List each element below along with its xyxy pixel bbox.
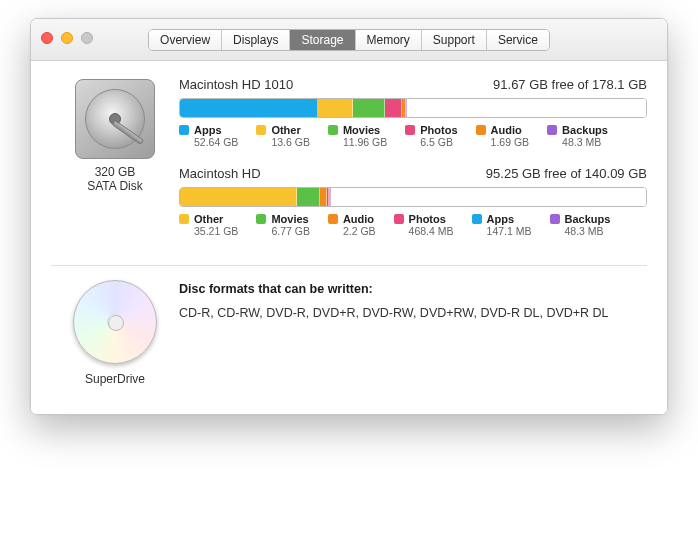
legend-item-backups: Backups48.3 MB [550, 213, 611, 237]
legend-item-apps: Apps52.64 GB [179, 124, 238, 148]
legend-value: 2.2 GB [343, 225, 376, 237]
legend-item-apps: Apps147.1 MB [472, 213, 532, 237]
legend-label: Apps [487, 213, 515, 225]
storage-segment-apps [180, 99, 318, 117]
legend-item-audio: Audio1.69 GB [476, 124, 530, 148]
legend-label: Other [271, 124, 300, 136]
volume-free-text: 91.67 GB free of 178.1 GB [493, 77, 647, 92]
minimize-button[interactable] [61, 32, 73, 44]
storage-segment-free [331, 188, 647, 206]
legend-swatch [179, 214, 189, 224]
legend-swatch [179, 125, 189, 135]
optical-disc-icon [73, 280, 157, 364]
storage-segment-photos [385, 99, 402, 117]
legend-swatch [547, 125, 557, 135]
legend-value: 1.69 GB [491, 136, 530, 148]
storage-segment-audio [320, 188, 327, 206]
storage-segment-other [180, 188, 297, 206]
tab-displays[interactable]: Displays [222, 30, 290, 50]
close-button[interactable] [41, 32, 53, 44]
superdrive-label: SuperDrive [51, 372, 179, 386]
legend-label: Apps [194, 124, 222, 136]
volume-header: Macintosh HD95.25 GB free of 140.09 GB [179, 166, 647, 181]
legend-label: Audio [491, 124, 522, 136]
legend-label: Audio [343, 213, 374, 225]
drive-size-label: 320 GB [51, 165, 179, 179]
storage-bar [179, 98, 647, 118]
legend-item-backups: Backups48.3 MB [547, 124, 608, 148]
legend-item-photos: Photos468.4 MB [394, 213, 454, 237]
legend-value: 6.5 GB [420, 136, 457, 148]
window-controls [41, 32, 93, 44]
legend-swatch [472, 214, 482, 224]
internal-drive-column: 320 GB SATA Disk [51, 77, 179, 193]
volume: Macintosh HD95.25 GB free of 140.09 GBOt… [179, 166, 647, 237]
about-this-mac-window: Overview Displays Storage Memory Support… [30, 18, 668, 415]
volume-free-text: 95.25 GB free of 140.09 GB [486, 166, 647, 181]
legend-value: 147.1 MB [487, 225, 532, 237]
volumes-list: Macintosh HD 101091.67 GB free of 178.1 … [179, 77, 647, 255]
tab-service[interactable]: Service [487, 30, 549, 50]
legend-label: Photos [420, 124, 457, 136]
disc-formats-title: Disc formats that can be written: [179, 282, 647, 296]
legend-swatch [394, 214, 404, 224]
legend-label: Backups [562, 124, 608, 136]
legend-value: 48.3 MB [562, 136, 608, 148]
tab-overview[interactable]: Overview [149, 30, 222, 50]
divider [51, 265, 647, 266]
legend-swatch [256, 125, 266, 135]
drive-type-label: SATA Disk [51, 179, 179, 193]
legend-label: Movies [343, 124, 380, 136]
storage-segment-free [407, 99, 646, 117]
tab-bar: Overview Displays Storage Memory Support… [148, 29, 550, 51]
legend-item-audio: Audio2.2 GB [328, 213, 376, 237]
legend-label: Other [194, 213, 223, 225]
legend-item-photos: Photos6.5 GB [405, 124, 457, 148]
legend-swatch [476, 125, 486, 135]
storage-bar [179, 187, 647, 207]
legend-value: 468.4 MB [409, 225, 454, 237]
legend-swatch [328, 125, 338, 135]
storage-segment-other [318, 99, 354, 117]
tab-storage[interactable]: Storage [290, 30, 355, 50]
optical-drive-column: SuperDrive [51, 280, 179, 386]
volume-header: Macintosh HD 101091.67 GB free of 178.1 … [179, 77, 647, 92]
legend-swatch [550, 214, 560, 224]
legend-label: Movies [271, 213, 308, 225]
storage-panel: 320 GB SATA Disk Macintosh HD 101091.67 … [31, 61, 667, 414]
storage-legend: Other35.21 GBMovies6.77 GBAudio2.2 GBPho… [179, 213, 647, 237]
disc-formats-list: CD-R, CD-RW, DVD-R, DVD+R, DVD-RW, DVD+R… [179, 306, 647, 320]
legend-swatch [328, 214, 338, 224]
legend-value: 11.96 GB [343, 136, 387, 148]
legend-value: 48.3 MB [565, 225, 611, 237]
legend-value: 52.64 GB [194, 136, 238, 148]
tab-memory[interactable]: Memory [356, 30, 422, 50]
legend-value: 35.21 GB [194, 225, 238, 237]
legend-item-movies: Movies11.96 GB [328, 124, 387, 148]
storage-legend: Apps52.64 GBOther13.6 GBMovies11.96 GBPh… [179, 124, 647, 148]
disc-info: Disc formats that can be written: CD-R, … [179, 280, 647, 320]
legend-swatch [256, 214, 266, 224]
legend-swatch [405, 125, 415, 135]
volume-name: Macintosh HD 1010 [179, 77, 293, 92]
legend-item-other: Other35.21 GB [179, 213, 238, 237]
zoom-button[interactable] [81, 32, 93, 44]
tab-support[interactable]: Support [422, 30, 487, 50]
legend-label: Backups [565, 213, 611, 225]
titlebar: Overview Displays Storage Memory Support… [31, 19, 667, 61]
legend-label: Photos [409, 213, 446, 225]
legend-value: 6.77 GB [271, 225, 310, 237]
volume: Macintosh HD 101091.67 GB free of 178.1 … [179, 77, 647, 148]
storage-segment-movies [353, 99, 384, 117]
legend-item-movies: Movies6.77 GB [256, 213, 310, 237]
legend-value: 13.6 GB [271, 136, 310, 148]
hard-drive-icon [75, 79, 155, 159]
legend-item-other: Other13.6 GB [256, 124, 310, 148]
storage-segment-movies [297, 188, 320, 206]
volume-name: Macintosh HD [179, 166, 261, 181]
